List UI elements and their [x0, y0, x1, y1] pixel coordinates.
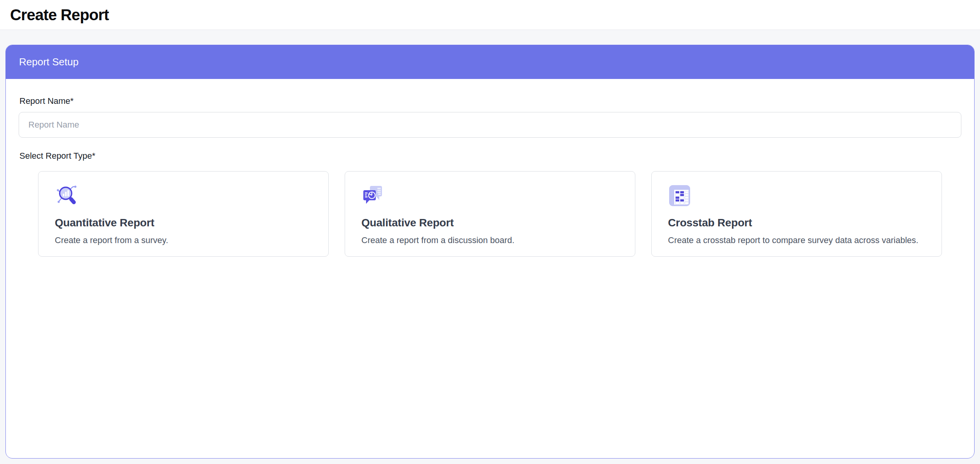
type-option-title: Qualitative Report	[361, 217, 619, 229]
type-option-description: Create a report from a discussion board.	[361, 235, 619, 245]
report-type-options: Quantitative Report Create a report from…	[19, 171, 961, 257]
panel-title: Report Setup	[19, 56, 78, 68]
type-option-description: Create a report from a survey.	[55, 235, 312, 245]
type-option-qualitative[interactable]: Qualitative Report Create a report from …	[345, 171, 635, 257]
panel-header: Report Setup	[6, 45, 974, 79]
discussion-bubbles-icon	[361, 184, 619, 207]
magnifier-bar-chart-icon	[55, 184, 312, 207]
report-setup-panel: Report Setup Report Name* Select Report …	[5, 45, 975, 459]
page-header: Create Report	[0, 0, 980, 30]
report-name-input[interactable]	[19, 112, 961, 138]
type-option-title: Crosstab Report	[668, 217, 925, 229]
type-option-title: Quantitative Report	[55, 217, 312, 229]
report-type-label: Select Report Type*	[19, 151, 961, 161]
content-area: Report Setup Report Name* Select Report …	[0, 30, 980, 464]
type-option-quantitative[interactable]: Quantitative Report Create a report from…	[38, 171, 329, 257]
report-name-label: Report Name*	[19, 96, 961, 106]
panel-body: Report Name* Select Report Type*	[6, 79, 974, 257]
type-option-description: Create a crosstab report to compare surv…	[668, 235, 925, 245]
crosstab-table-icon	[668, 184, 925, 207]
type-option-crosstab[interactable]: Crosstab Report Create a crosstab report…	[651, 171, 942, 257]
page-title: Create Report	[10, 6, 109, 24]
